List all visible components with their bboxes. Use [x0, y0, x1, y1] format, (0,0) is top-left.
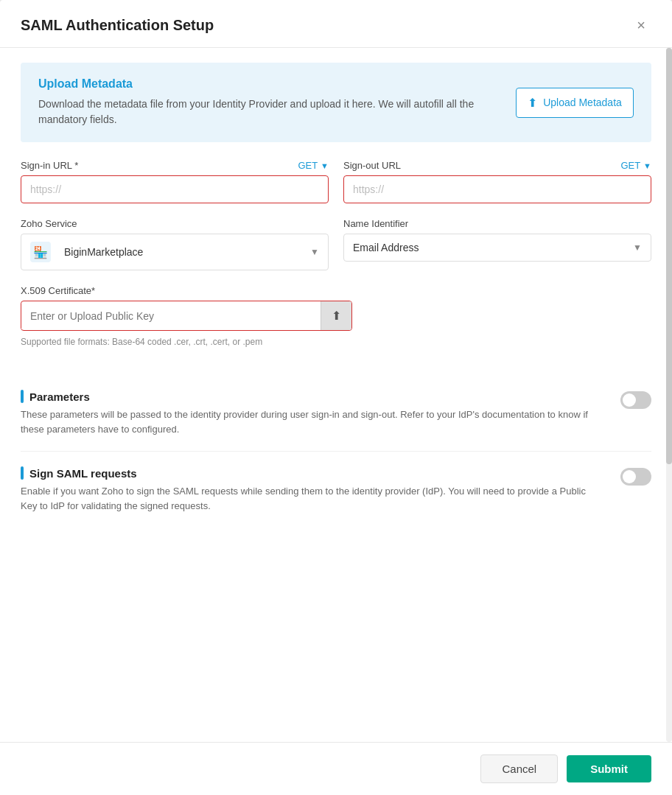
- cancel-button[interactable]: Cancel: [480, 754, 558, 783]
- upload-metadata-description: Download the metadata file from your Ide…: [38, 97, 504, 127]
- dialog-header: SAML Authentication Setup ×: [0, 0, 672, 48]
- name-identifier-select-wrapper[interactable]: Email Address ▼ Email Address Username P…: [343, 234, 651, 262]
- parameters-description: These parameters will be passed to the i…: [21, 407, 603, 436]
- signout-chevron-icon: ▼: [643, 161, 651, 170]
- signout-method-text: GET: [620, 160, 640, 171]
- cert-upload-icon: ⬆: [332, 309, 341, 323]
- parameters-info: Parameters These parameters will be pass…: [21, 390, 620, 436]
- signout-url-label: Sign-out URL: [343, 160, 401, 171]
- signin-url-input[interactable]: [21, 175, 329, 203]
- parameters-slider: [620, 391, 651, 409]
- sign-saml-bar: [21, 466, 24, 480]
- signout-url-group: Sign-out URL GET ▼: [343, 160, 651, 203]
- toggle-sections: Parameters These parameters will be pass…: [0, 363, 672, 539]
- certificate-upload-button[interactable]: ⬆: [321, 301, 351, 330]
- sign-saml-slider: [620, 468, 651, 486]
- sign-saml-toggle[interactable]: [620, 468, 651, 486]
- scrollbar-thumb[interactable]: [666, 48, 672, 464]
- dialog-title: SAML Authentication Setup: [21, 17, 214, 34]
- zoho-service-select-wrapper[interactable]: 🏪 BiginMarketplace ▼ BiginMarketplace Zo…: [21, 234, 329, 270]
- upload-metadata-button[interactable]: ⬆ Upload Metadata: [516, 88, 634, 118]
- signout-url-label-row: Sign-out URL GET ▼: [343, 160, 651, 171]
- sign-saml-row: Sign SAML requests Enable if you want Zo…: [21, 451, 651, 528]
- url-row: Sign-in URL * GET ▼ Sign-out URL GET ▼: [21, 160, 651, 203]
- signin-url-group: Sign-in URL * GET ▼: [21, 160, 329, 203]
- parameters-title-text: Parameters: [29, 391, 90, 403]
- upload-metadata-button-label: Upload Metadata: [543, 97, 622, 108]
- parameters-title: Parameters: [21, 390, 603, 403]
- signin-method-text: GET: [298, 160, 318, 171]
- upload-metadata-text: Upload Metadata Download the metadata fi…: [38, 77, 504, 127]
- upload-icon: ⬆: [528, 96, 537, 110]
- signin-url-label-row: Sign-in URL * GET ▼: [21, 160, 329, 171]
- form-section: Sign-in URL * GET ▼ Sign-out URL GET ▼: [0, 160, 672, 349]
- signin-url-label: Sign-in URL *: [21, 160, 78, 171]
- parameters-bar: [21, 390, 24, 403]
- certificate-section: X.509 Certificate* ⬆ Supported file form…: [21, 285, 651, 349]
- certificate-input-wrapper: ⬆: [21, 301, 352, 331]
- service-row: Zoho Service 🏪 BiginMarketplace ▼ BiginM…: [21, 218, 651, 270]
- parameters-row: Parameters These parameters will be pass…: [21, 375, 651, 451]
- upload-metadata-heading: Upload Metadata: [38, 77, 504, 91]
- signin-chevron-icon: ▼: [321, 161, 329, 170]
- name-identifier-group: Name Identifier Email Address ▼ Email Ad…: [343, 218, 651, 270]
- sign-saml-title: Sign SAML requests: [21, 466, 603, 480]
- certificate-input[interactable]: [21, 303, 321, 329]
- dialog-footer: Cancel Submit: [0, 742, 672, 795]
- certificate-hint: Supported file formats: Base-64 coded .c…: [21, 335, 651, 349]
- zoho-service-label: Zoho Service: [21, 218, 329, 229]
- signin-method[interactable]: GET ▼: [298, 160, 329, 171]
- signout-url-input[interactable]: [343, 175, 651, 203]
- dialog-body: Upload Metadata Download the metadata fi…: [0, 48, 672, 742]
- scrollbar-track: [666, 48, 672, 742]
- zoho-service-group: Zoho Service 🏪 BiginMarketplace ▼ BiginM…: [21, 218, 329, 270]
- sign-saml-title-text: Sign SAML requests: [29, 467, 137, 480]
- saml-dialog: SAML Authentication Setup × Upload Metad…: [0, 0, 672, 795]
- sign-saml-info: Sign SAML requests Enable if you want Zo…: [21, 466, 620, 513]
- signout-method[interactable]: GET ▼: [620, 160, 651, 171]
- certificate-label: X.509 Certificate*: [21, 285, 651, 296]
- parameters-toggle[interactable]: [620, 391, 651, 409]
- submit-button[interactable]: Submit: [567, 755, 651, 782]
- sign-saml-description: Enable if you want Zoho to sign the SAML…: [21, 484, 603, 513]
- close-button[interactable]: ×: [631, 15, 651, 35]
- upload-metadata-section: Upload Metadata Download the metadata fi…: [21, 63, 651, 142]
- name-identifier-label: Name Identifier: [343, 218, 651, 229]
